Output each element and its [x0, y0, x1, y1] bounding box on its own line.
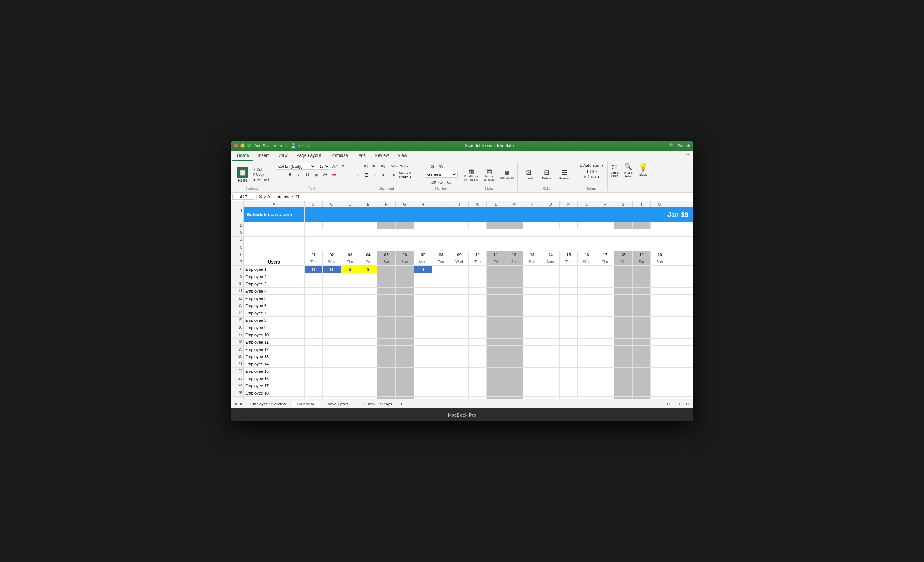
emp5-q[interactable]	[578, 295, 596, 302]
cell-styles-button[interactable]: ▩ Cell Styles	[499, 169, 515, 179]
emp17-p[interactable]	[560, 382, 578, 389]
emp13-i[interactable]	[432, 353, 450, 360]
emp1-name[interactable]: Employee 1	[244, 266, 304, 273]
emp14-m[interactable]	[505, 360, 523, 367]
format-painter-button[interactable]: 🖌 Format	[251, 177, 270, 182]
emp11-n[interactable]	[523, 338, 542, 345]
emp8-q[interactable]	[578, 317, 596, 324]
emp12-m[interactable]	[505, 346, 523, 353]
emp12-n[interactable]	[523, 346, 542, 353]
emp5-e[interactable]	[359, 295, 378, 302]
emp1-j[interactable]	[450, 266, 468, 273]
emp12-u[interactable]	[651, 346, 669, 353]
date-11[interactable]: 11	[487, 251, 505, 258]
emp17-f[interactable]	[378, 382, 396, 389]
col-header-P[interactable]: P	[560, 201, 578, 207]
format-as-table-button[interactable]: ▤ Formatas Table	[481, 168, 497, 181]
emp10-o[interactable]	[542, 331, 560, 338]
emp8-c[interactable]	[323, 317, 341, 324]
emp18-r[interactable]	[596, 390, 614, 396]
date-10[interactable]: 10	[468, 251, 487, 258]
emp4-u[interactable]	[651, 287, 669, 294]
emp9-j[interactable]	[450, 324, 468, 331]
emp2-n[interactable]	[523, 273, 542, 280]
cell-2-A[interactable]	[244, 222, 304, 229]
emp12-s[interactable]	[614, 346, 633, 353]
emp7-name[interactable]: Employee 7	[244, 309, 304, 316]
emp10-c[interactable]	[323, 331, 341, 338]
emp13-l[interactable]	[487, 353, 505, 360]
add-sheet-button[interactable]: +	[398, 401, 405, 408]
emp10-i[interactable]	[432, 331, 450, 338]
cell-5-rest[interactable]	[304, 244, 693, 251]
emp13-d[interactable]	[341, 353, 359, 360]
emp4-r[interactable]	[596, 287, 614, 294]
emp4-m[interactable]	[505, 287, 523, 294]
emp8-h[interactable]	[414, 317, 432, 324]
emp8-name[interactable]: Employee 8	[244, 317, 304, 324]
emp18-f[interactable]	[378, 390, 396, 396]
users-header-cell[interactable]	[244, 251, 304, 258]
undo-icon[interactable]: ↩	[299, 143, 303, 148]
emp3-e[interactable]	[359, 280, 378, 287]
emp18-j[interactable]	[450, 390, 468, 396]
col-header-R[interactable]: R	[596, 201, 614, 207]
date-06[interactable]: 06	[396, 251, 414, 258]
emp3-s[interactable]	[614, 280, 633, 287]
col-header-M[interactable]: M	[505, 201, 523, 207]
col-header-U[interactable]: U	[651, 201, 669, 207]
emp6-s[interactable]	[614, 302, 633, 309]
emp17-q[interactable]	[578, 382, 596, 389]
emp18-u[interactable]	[651, 390, 669, 396]
emp13-f[interactable]	[378, 353, 396, 360]
clear-button[interactable]: ✕ Clear ▾	[582, 174, 600, 179]
home-icon[interactable]: ⌂	[285, 142, 288, 149]
emp18-b[interactable]	[304, 390, 323, 396]
emp3-h[interactable]	[414, 280, 432, 287]
emp1-f[interactable]	[378, 266, 396, 273]
emp4-j[interactable]	[450, 287, 468, 294]
emp15-g[interactable]	[396, 368, 414, 375]
align-center-button[interactable]: ☰	[363, 172, 370, 179]
cell-2-G[interactable]	[396, 222, 414, 229]
emp9-c[interactable]	[323, 324, 341, 331]
emp18-p[interactable]	[560, 390, 578, 396]
copy-button[interactable]: ⎘ Copy	[251, 172, 270, 177]
emp10-q[interactable]	[578, 331, 596, 338]
emp13-s[interactable]	[614, 353, 633, 360]
emp5-d[interactable]	[341, 295, 359, 302]
emp11-name[interactable]: Employee 11	[244, 338, 304, 345]
align-middle-button[interactable]: ≡↕	[370, 163, 379, 170]
emp2-f[interactable]	[378, 273, 396, 280]
cell-2-C[interactable]	[323, 222, 341, 229]
emp15-b[interactable]	[304, 368, 323, 375]
tab-nav-right[interactable]: ▶	[238, 401, 244, 407]
conditional-formatting-button[interactable]: ▦ ConditionalFormatting	[463, 168, 480, 181]
emp6-n[interactable]	[523, 302, 542, 309]
emp10-t[interactable]	[633, 331, 651, 338]
emp11-e[interactable]	[359, 338, 378, 345]
emp7-r[interactable]	[596, 309, 614, 316]
number-format-select[interactable]: General	[425, 171, 458, 178]
emp11-k[interactable]	[468, 338, 487, 345]
merge-center-button[interactable]: Merge & Centre ▾	[398, 171, 419, 179]
emp5-p[interactable]	[560, 295, 578, 302]
emp2-q[interactable]	[578, 273, 596, 280]
emp6-e[interactable]	[359, 302, 378, 309]
date-18[interactable]: 18	[614, 251, 633, 258]
emp9-d[interactable]	[341, 324, 359, 331]
emp11-l[interactable]	[487, 338, 505, 345]
date-13[interactable]: 13	[523, 251, 542, 258]
emp18-m[interactable]	[505, 390, 523, 396]
emp14-k[interactable]	[468, 360, 487, 367]
col-header-O[interactable]: O	[542, 201, 560, 207]
bold-button[interactable]: B	[286, 171, 294, 178]
emp9-r[interactable]	[596, 324, 614, 331]
emp4-g[interactable]	[396, 287, 414, 294]
emp18-name[interactable]: Employee 18	[244, 390, 304, 396]
cell-2-J[interactable]	[450, 222, 468, 229]
emp7-h[interactable]	[414, 309, 432, 316]
tab-home[interactable]: Home	[232, 151, 253, 161]
emp2-p[interactable]	[560, 273, 578, 280]
emp3-m[interactable]	[505, 280, 523, 287]
